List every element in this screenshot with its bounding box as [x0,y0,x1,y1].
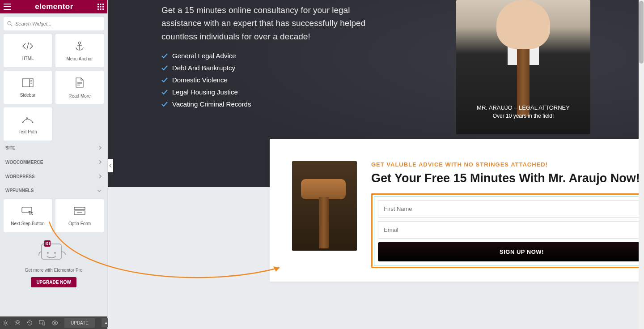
form-title: Get Your Free 15 Minutes With Mr. Araujo… [371,171,644,185]
anchor-icon [75,41,85,53]
svg-point-11 [79,42,81,44]
widget-sidebar[interactable]: Sidebar [4,71,52,104]
check-icon [161,102,168,107]
widget-next-step-button[interactable]: Next Step Button [4,199,52,232]
svg-rect-8 [102,9,104,10]
email-input[interactable] [378,221,644,239]
widget-optin-form[interactable]: Optin Form [55,199,104,232]
widget-text-path[interactable]: A Text Path [4,107,52,141]
form-icon [74,207,85,218]
svg-point-22 [22,121,24,123]
elementor-panel: elementor HTML Menu Anchor Sidebar [0,0,108,329]
check-icon [161,53,168,59]
promo-box: Get more with Elementor Pro UPGRADE NOW [0,234,107,293]
update-button[interactable]: UPDATE [64,318,95,328]
lawyer-subcaption: Over 10 years in the field! [456,113,590,119]
svg-point-23 [32,121,34,123]
svg-rect-7 [100,9,102,10]
svg-point-35 [47,252,49,254]
svg-rect-2 [102,4,104,5]
chevron-right-icon [98,159,102,165]
editor-canvas[interactable]: Get a 15 minutes online consultancy for … [108,0,644,329]
svg-point-37 [4,322,6,324]
promo-text: Get more with Elementor Pro [25,268,83,273]
signup-button[interactable]: SIGN UP NOW! [378,242,644,261]
navigator-icon[interactable] [15,320,21,326]
svg-rect-5 [102,6,104,8]
first-name-input[interactable] [378,200,644,218]
chevron-right-icon [98,174,102,179]
category-wordpress[interactable]: WORDPRESS [0,169,107,184]
optin-form-section[interactable]: GET VALUBLE ADVICE WITH NO STRINGES ATTA… [270,139,644,282]
svg-rect-26 [74,207,85,209]
svg-rect-14 [22,79,33,87]
scrollbar[interactable] [639,0,644,329]
check-icon [161,90,168,95]
gavel-image [292,161,357,251]
widget-menu-anchor[interactable]: Menu Anchor [55,34,104,67]
scrollbar-thumb[interactable] [639,1,644,64]
search-input[interactable] [15,21,100,26]
svg-rect-4 [100,6,102,8]
chevron-down-icon [97,189,102,192]
panel-header: elementor [0,0,107,13]
category-wpfunnels[interactable]: WPFUNNELS [0,184,107,197]
svg-rect-32 [47,242,48,244]
text-path-icon: A [22,115,34,126]
hero-description: Get a 15 minutes online consultancy for … [161,4,372,43]
svg-rect-34 [49,242,50,245]
category-woocommerce[interactable]: WOOCOMMERCE [0,155,107,169]
svg-rect-6 [97,9,99,10]
svg-rect-0 [97,4,99,5]
search-icon [7,21,13,26]
panel-footer: UPDATE ▲ [0,316,107,329]
check-icon [161,77,168,83]
svg-rect-1 [100,4,102,5]
preview-icon[interactable] [51,320,58,325]
hamburger-menu-icon[interactable] [4,4,11,10]
widget-search[interactable] [4,17,104,30]
check-icon [161,65,168,71]
form-eyebrow: GET VALUBLE ADVICE WITH NO STRINGES ATTA… [371,161,644,168]
svg-point-9 [8,21,11,25]
widgets-grid-icon[interactable] [97,4,104,10]
svg-point-40 [54,322,56,324]
hero-checklist: General Legal Advice Debt And Bankruptcy… [161,52,372,108]
lawyer-name: MR. ARAUJO – LEGAL ATTORNEY [456,104,590,111]
elementor-logo: elementor [35,2,73,11]
history-icon[interactable] [27,320,33,326]
sidebar-layout-icon [22,78,34,89]
svg-line-10 [11,25,12,26]
svg-rect-3 [97,6,99,8]
lawyer-portrait-box: MR. ARAUJO – LEGAL ATTORNEY Over 10 year… [456,0,590,134]
upgrade-button[interactable]: UPGRADE NOW [31,277,76,287]
promo-illustration [38,239,69,264]
code-icon [22,42,34,52]
button-cursor-icon [21,207,34,218]
svg-text:A: A [26,116,28,120]
optin-form-widget[interactable]: SIGN UP NOW! [371,193,644,268]
category-site[interactable]: SITE [0,141,107,155]
settings-icon[interactable] [3,320,8,326]
widget-html[interactable]: HTML [4,34,52,67]
svg-rect-31 [46,242,47,245]
svg-point-36 [54,252,56,254]
chevron-right-icon [98,145,102,150]
document-icon [75,77,84,90]
responsive-icon[interactable] [39,320,45,325]
widget-read-more[interactable]: Read More [55,71,104,104]
svg-rect-39 [43,322,45,325]
svg-rect-33 [47,244,48,245]
panel-collapse-handle[interactable] [108,159,113,172]
